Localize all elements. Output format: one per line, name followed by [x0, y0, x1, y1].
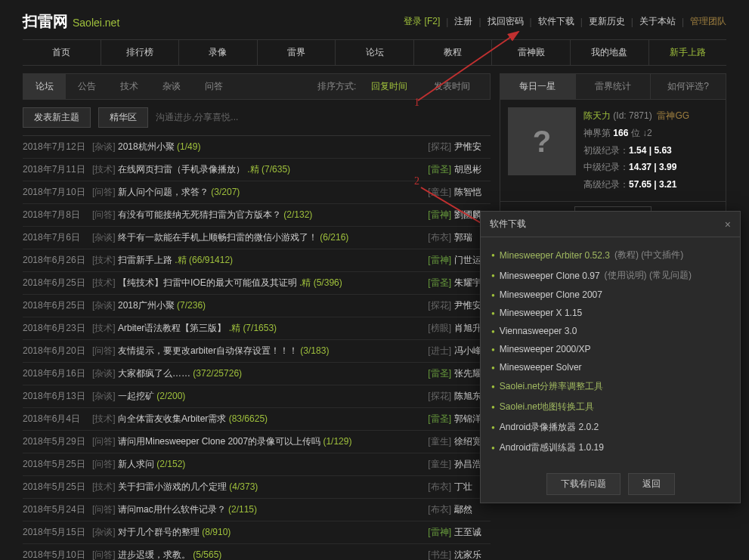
admin-link[interactable]: 管理团队 [690, 15, 726, 28]
table-row[interactable]: 2018年7月10日[问答] 新人问个问题，求答？ (3/207)[童生]陈智恺 [23, 181, 491, 204]
download-item[interactable]: Minesweeper Solver [491, 358, 729, 376]
side-tabs: 每日一星 雷界统计 如何评选? [500, 73, 726, 100]
forum-tabs: 论坛 公告 技术 杂谈 问答 排序方式: 回复时间 发表时间 [23, 73, 491, 100]
nav-item[interactable]: 排行榜 [101, 40, 180, 65]
sort-control: 排序方式: 回复时间 发表时间 [317, 80, 490, 93]
table-row[interactable]: 2018年5月29日[问答] 请问用Minesweeper Clone 2007… [23, 431, 491, 453]
tab-chat[interactable]: 杂谈 [150, 74, 193, 99]
table-row[interactable]: 2018年7月8日[问答] 有没有可能接纳无死猜扫雷为官方版本？ (2/132)… [23, 204, 491, 227]
table-row[interactable]: 2018年5月25日[问答] 新人求问 (2/152)[童生]孙昌浩 [23, 453, 491, 476]
table-row[interactable]: 2018年7月11日[技术] 在线网页扫雷（手机录像播放） .精 (7/635)… [23, 159, 491, 181]
download-item[interactable]: Saolei.net分辨率调整工具 [491, 376, 729, 397]
nav-item[interactable]: 雷神殿 [492, 40, 571, 65]
download-item[interactable]: Android录像播放器 2.0.2 [491, 417, 729, 438]
tab-tech[interactable]: 技术 [108, 74, 150, 99]
table-row[interactable]: 2018年5月10日[问答] 进步迟缓，求教。 (5/565)[书生]沈家乐 [23, 544, 491, 560]
table-row[interactable]: 2018年6月25日[技术] 【纯技术】扫雷中IOE的最大可能值及其证明 .精 … [23, 272, 491, 295]
star-box: ? 陈天力 (Id: 7871) 雷神GG 神界第 166 位 ↓2 初级纪录：… [500, 100, 726, 202]
tab-stats[interactable]: 雷界统计 [576, 74, 652, 99]
download-item[interactable]: Saolei.net地图转换工具 [491, 397, 729, 417]
main-nav: 首页排行榜录像雷界论坛教程雷神殿我的地盘新手上路 [23, 39, 726, 66]
about-link[interactable]: 关于本站 [639, 15, 676, 28]
nav-item[interactable]: 论坛 [336, 40, 414, 65]
star-badge: 雷神GG [657, 110, 689, 121]
popup-title: 软件下载 [490, 218, 526, 230]
logo-en: Saolei.net [73, 17, 119, 29]
forgot-link[interactable]: 找回密码 [487, 15, 524, 28]
logo-cn: 扫雷网 [23, 11, 68, 32]
table-row[interactable]: 2018年6月13日[杂谈] 一起挖矿 (2/200)[探花]陈旭东 [23, 385, 491, 408]
table-row[interactable]: 2018年6月16日[杂谈] 大家都疯了么…… (372/25726)[雷圣]张… [23, 363, 491, 385]
table-row[interactable]: 2018年6月25日[杂谈] 2018广州小聚 (7/236)[探花]尹惟安 [23, 295, 491, 317]
table-row[interactable]: 2018年6月26日[技术] 扫雷新手上路 .精 (66/91412)[雷神]门… [23, 249, 491, 272]
download-item[interactable]: Minesweeper Clone 0.97 (使用说明) (常见问题) [491, 265, 729, 286]
tab-notice[interactable]: 公告 [66, 74, 108, 99]
table-row[interactable]: 2018年5月24日[问答] 请问mac用什么软件记录？ (2/115)[布衣]… [23, 499, 491, 521]
back-button[interactable]: 返回 [628, 473, 675, 495]
sort-reply[interactable]: 回复时间 [359, 75, 419, 97]
nav-item[interactable]: 录像 [179, 40, 258, 65]
nav-item[interactable]: 新手上路 [649, 40, 727, 65]
elite-button[interactable]: 精华区 [98, 107, 148, 128]
nav-item[interactable]: 我的地盘 [571, 40, 649, 65]
download-link[interactable]: 软件下载 [538, 15, 574, 28]
download-item[interactable]: Viennasweeper 3.0 [491, 322, 729, 340]
tab-qa[interactable]: 问答 [193, 74, 235, 99]
nav-item[interactable]: 首页 [23, 40, 101, 65]
table-row[interactable]: 2018年6月20日[问答] 友情提示，要更改arbiter自动保存设置！！！ … [23, 340, 491, 363]
nav-item[interactable]: 教程 [414, 40, 493, 65]
download-popup: 软件下载 × Minesweeper Arbiter 0.52.3 (教程) (… [480, 211, 741, 503]
register-link[interactable]: 注册 [454, 15, 472, 28]
table-row[interactable]: 2018年5月25日[技术] 关于扫雷小游戏的几个定理 (4/373)[布衣]丁… [23, 476, 491, 499]
avatar[interactable]: ? [508, 107, 576, 175]
download-item[interactable]: Minesweeper Arbiter 0.52.3 (教程) (中文插件) [491, 245, 729, 265]
table-row[interactable]: 2018年6月4日[技术] 向全体雷友收集Arbiter需求 (83/6625)… [23, 408, 491, 431]
close-icon[interactable]: × [725, 218, 731, 230]
table-row[interactable]: 2018年7月12日[杂谈] 2018杭州小聚 (1/49)[探花]尹惟安 [23, 136, 491, 159]
sort-post[interactable]: 发表时间 [422, 75, 482, 97]
history-link[interactable]: 更新历史 [589, 15, 625, 28]
tab-howto[interactable]: 如何评选? [651, 74, 726, 99]
annotation-1: 1 [414, 97, 419, 109]
login-link[interactable]: 登录 [F2] [404, 15, 440, 28]
post-list: 2018年7月12日[杂谈] 2018杭州小聚 (1/49)[探花]尹惟安201… [23, 135, 491, 560]
toolbar-hint: 沟通进步,分享喜悦... [156, 111, 238, 124]
download-issue-button[interactable]: 下载有问题 [546, 473, 621, 495]
download-item[interactable]: Minesweeper 2000/XP [491, 340, 729, 358]
download-item[interactable]: Minesweeper Clone 2007 [491, 286, 729, 304]
download-item[interactable]: Minesweeper X 1.15 [491, 304, 729, 322]
site-logo[interactable]: 扫雷网 Saolei.net [23, 11, 119, 32]
download-item[interactable]: Android雷感训练器 1.0.19 [491, 438, 729, 458]
table-row[interactable]: 2018年7月6日[杂谈] 终于有一款能在手机上顺畅扫雷的微信小游戏了！ (6/… [23, 227, 491, 249]
tab-dailystar[interactable]: 每日一星 [500, 74, 576, 99]
top-links: 登录 [F2]| 注册| 找回密码| 软件下载| 更新历史| 关于本站| 管理团… [404, 15, 726, 28]
nav-item[interactable]: 雷界 [258, 40, 336, 65]
new-post-button[interactable]: 发表新主题 [23, 107, 91, 128]
annotation-2: 2 [414, 175, 419, 187]
star-name[interactable]: 陈天力 [583, 110, 611, 121]
table-row[interactable]: 2018年6月23日[技术] Arbiter语法教程【第三版】 .精 (7/16… [23, 317, 491, 340]
table-row[interactable]: 2018年5月15日[杂谈] 对于几个群号的整理 (8/910)[雷神]王至诚 [23, 521, 491, 544]
tab-forum[interactable]: 论坛 [23, 74, 66, 99]
